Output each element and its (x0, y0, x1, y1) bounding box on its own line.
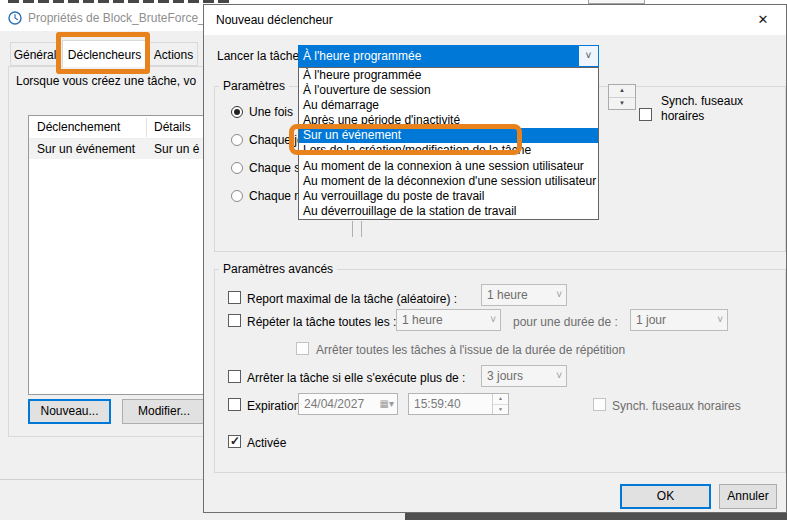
repeat-label[interactable]: Répéter la tâche toutes les : (247, 315, 396, 329)
dropdown-item[interactable]: Après une période d'inactivité (299, 113, 598, 128)
dropdown-item[interactable]: Au verrouillage du poste de travail (299, 189, 598, 204)
expiration-checkbox[interactable] (228, 398, 241, 411)
dialog-title: Nouveau déclencheur (216, 5, 333, 35)
tab-declencheurs[interactable]: Déclencheurs (62, 40, 147, 67)
repeat-value: 1 heure (402, 313, 443, 327)
enabled-label[interactable]: Activée (247, 436, 286, 450)
chevron-down-icon[interactable]: ˅ (579, 46, 598, 66)
cell-declenchement: Sur un événement (37, 139, 135, 159)
expiration-time-value: 15:59:40 (414, 397, 461, 411)
dropdown-item[interactable]: À l'heure programmée (299, 68, 598, 83)
delay-label[interactable]: Report maximal de la tâche (aléatoire) : (247, 292, 457, 306)
launch-task-combobox[interactable]: À l'heure programmée ˅ (298, 45, 599, 67)
combobox-selected-value: À l'heure programmée (299, 46, 579, 66)
delay-checkbox[interactable] (228, 291, 241, 304)
chevron-down-icon: ˅ (556, 285, 562, 305)
new-button[interactable]: Nouveau... (28, 399, 111, 424)
parameters-group-label: Paramètres (219, 79, 289, 94)
spin-down-icon[interactable]: ▼ (609, 97, 635, 110)
delay-combobox: 1 heure ˅ (481, 284, 567, 306)
sync-timezone-checkbox[interactable] (639, 108, 652, 121)
delay-value: 1 heure (487, 288, 528, 302)
stop-if-longer-checkbox[interactable] (228, 370, 241, 383)
radio-une-fois-label[interactable]: Une fois (249, 105, 293, 119)
sync-timezone-label[interactable]: Synch. fuseaux horaires (661, 94, 761, 124)
dropdown-item[interactable]: Au moment de la déconnexion d'une sessio… (299, 174, 598, 189)
background-dark-edge (405, 513, 787, 520)
spin-up-icon: ▲ (493, 394, 508, 404)
spin-down-icon: ▼ (493, 404, 508, 415)
intro-text: Lorsque vous créez une tâche, vo (16, 74, 196, 88)
expiration-time-field: 15:59:40 ▲▼ (408, 393, 509, 415)
repeat-checkbox[interactable] (228, 314, 241, 327)
stop-if-longer-value: 3 jours (487, 369, 523, 383)
close-icon[interactable]: ✕ (752, 5, 774, 35)
calendar-icon: ▦▾ (380, 394, 394, 414)
expiration-date-value: 24/04/2027 (304, 397, 364, 411)
hidden-control-edge (352, 221, 353, 237)
duration-label: pour une durée de : (513, 315, 618, 329)
radio-une-fois[interactable] (231, 106, 243, 118)
time-spinner[interactable]: ▲▼ (608, 84, 636, 110)
new-trigger-dialog: Nouveau déclencheur ✕ Lancer la tâche : … (203, 4, 787, 513)
clock-icon (8, 11, 22, 25)
time-mini-spinner: ▲▼ (492, 394, 508, 414)
chevron-down-icon: ˅ (717, 310, 723, 330)
tab-actions[interactable]: Actions (149, 42, 198, 66)
ok-button[interactable]: OK (620, 484, 711, 509)
dropdown-item[interactable]: Lors de la création/modification de la t… (299, 143, 598, 158)
window-title: Propriétés de Block_BruteForce_ (28, 5, 205, 31)
tab-general[interactable]: Général (10, 42, 60, 66)
column-header-declenchement[interactable]: Déclenchement (37, 116, 120, 139)
stop-all-tasks-label: Arrêter toutes les tâches à l'issue de l… (316, 343, 625, 357)
clipped-text-fragment (8, 0, 232, 3)
enabled-checkbox[interactable] (228, 435, 241, 448)
dropdown-item[interactable]: Au moment de la connexion à une session … (299, 159, 598, 174)
launch-task-label: Lancer la tâche : (217, 45, 306, 67)
column-divider (146, 118, 147, 137)
cell-details: Sur un é (154, 139, 199, 159)
stop-if-longer-label[interactable]: Arrêter la tâche si elle s'exécute plus … (247, 371, 465, 385)
spin-up-icon[interactable]: ▲ (609, 85, 635, 97)
dropdown-item[interactable]: À l'ouverture de session (299, 83, 598, 98)
expiration-date-field: 24/04/2027 ▦▾ (298, 393, 398, 415)
radio-chaque-jour[interactable] (231, 134, 243, 146)
duration-combobox: 1 jour ˅ (630, 309, 728, 331)
edit-button[interactable]: Modifier... (122, 399, 206, 424)
trigger-type-dropdown[interactable]: À l'heure programmée À l'ouverture de se… (298, 67, 599, 220)
dialog-titlebar: Nouveau déclencheur ✕ (204, 5, 786, 35)
advanced-group-label: Paramètres avancés (219, 262, 337, 277)
chevron-down-icon: ˅ (556, 366, 562, 386)
stop-all-tasks-checkbox (296, 342, 309, 355)
dropdown-item-sur-un-evenement[interactable]: Sur un événement (299, 128, 598, 143)
hidden-control-edge (361, 221, 362, 237)
radio-chaque-semaine[interactable] (231, 162, 243, 174)
radio-chaque-mois[interactable] (231, 190, 243, 202)
stop-if-longer-combobox: 3 jours ˅ (481, 365, 567, 387)
chevron-down-icon: ˅ (490, 310, 496, 330)
sync-timezone-expiration-label: Synch. fuseaux horaires (612, 399, 741, 413)
dropdown-item[interactable]: Au déverrouillage de la station de trava… (299, 204, 598, 219)
column-header-details[interactable]: Détails (154, 116, 191, 139)
duration-value: 1 jour (636, 313, 666, 327)
cancel-button[interactable]: Annuler (719, 484, 777, 509)
repeat-interval-combobox: 1 heure ˅ (396, 309, 501, 331)
sync-timezone-expiration-checkbox (593, 398, 606, 411)
dropdown-item[interactable]: Au démarrage (299, 98, 598, 113)
